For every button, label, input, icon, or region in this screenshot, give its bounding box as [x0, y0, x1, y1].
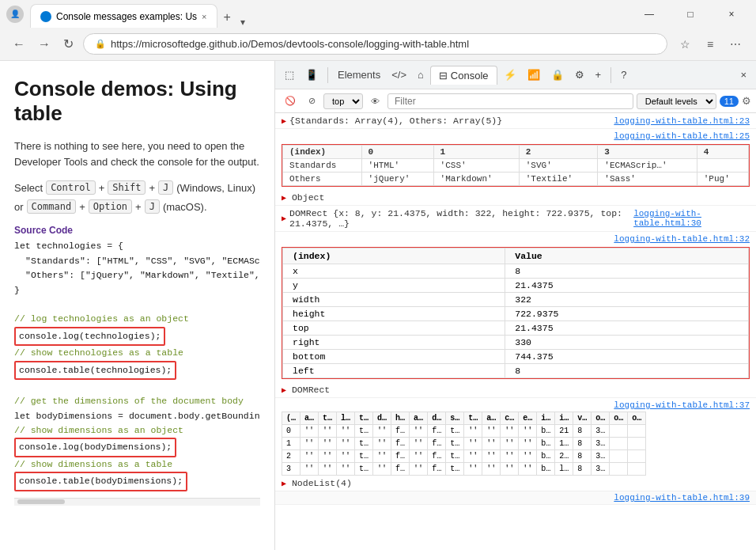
devtools-panel: ⬚ 📱 Elements </> ⌂ ⊟ Console ⚡ 📶 🔒 ⚙ + ?… — [275, 61, 756, 550]
nodelist-expand-arrow[interactable]: ▶ — [282, 480, 286, 488]
td-height-val: 722.9375 — [505, 307, 749, 321]
nl-th-3: l… — [337, 412, 355, 425]
settings-tab[interactable]: ⚙ — [570, 66, 589, 84]
j-key: J — [158, 180, 173, 195]
tech-table-header-row: (index) 0 1 2 3 4 — [283, 146, 749, 159]
security-tab[interactable]: 🔒 — [546, 66, 569, 84]
refresh-button[interactable]: ↻ — [60, 33, 77, 55]
code-highlight-box-2: console.table(technologies); — [14, 361, 176, 380]
nl-th-5: d… — [373, 412, 391, 425]
help-button[interactable]: ? — [616, 66, 631, 84]
minimize-button[interactable]: — — [631, 0, 667, 28]
entry-3-text: DOMRect {x: 8, y: 21.4375, width: 322, h… — [289, 208, 630, 229]
object-expand-row[interactable]: ▶ Object — [275, 190, 756, 205]
nl-th-17: o… — [592, 412, 610, 425]
back-button[interactable]: ← — [9, 34, 28, 55]
td-left-val: 8 — [505, 364, 749, 378]
entry-1-text: {Standards: Array(4), Others: Array(5)} — [289, 116, 502, 126]
th-1: 1 — [433, 146, 519, 159]
log-level-selector[interactable]: Default levels — [637, 93, 716, 109]
th-value: Value — [505, 248, 749, 264]
code-comment-2: // show technologies as a table — [14, 346, 260, 360]
bottom-file-link[interactable]: logging-with-table.html:39 — [614, 493, 750, 503]
tab-dropdown[interactable]: ▾ — [237, 17, 248, 28]
entry-3-header[interactable]: ▶ DOMRect {x: 8, y: 21.4375, width: 322,… — [275, 206, 756, 231]
domrect-expand-row[interactable]: ▶ DOMRect — [275, 382, 756, 397]
entry-4-file-link[interactable]: logging-with-table.html:32 — [614, 234, 750, 244]
entry-5-file-link[interactable]: logging-with-table.html:37 — [614, 400, 750, 410]
entry-4-link: logging-with-table.html:32 — [275, 232, 756, 245]
list-item: 1 '' '' '' t… '' f… '' f… t… '' — [282, 438, 646, 450]
td-others-0: 'jQuery' — [361, 173, 433, 186]
nodelist-expand-row[interactable]: ▶ NodeList(4) — [275, 476, 756, 491]
th-3: 3 — [598, 146, 697, 159]
tab-favicon — [40, 11, 51, 22]
new-tab-button[interactable]: + — [217, 7, 237, 28]
entry-2-file-link[interactable]: logging-with-table.html:25 — [614, 131, 750, 141]
user-avatar: 👤 — [6, 6, 24, 23]
td-standards-0: 'HTML' — [361, 159, 433, 173]
code-comment-4: // show dimensions as an object — [14, 423, 260, 438]
console-tab[interactable]: ⊟ Console — [430, 66, 497, 85]
performance-tab[interactable]: ⚡ — [499, 66, 521, 84]
window-controls: — □ × — [631, 0, 750, 28]
forward-button[interactable]: → — [35, 34, 54, 55]
left-panel-scrollbar[interactable] — [14, 498, 260, 506]
home-tab[interactable]: ⌂ — [413, 66, 429, 84]
code-highlight-box-4: console.table(bodyDimensions); — [14, 472, 187, 491]
elements-tab[interactable]: Elements — [333, 66, 385, 84]
td-y: y — [283, 279, 505, 293]
collections-icon[interactable]: ⋯ — [724, 33, 747, 55]
table-row: Others 'jQuery' 'Markdown' 'Textile' 'Sa… — [283, 173, 749, 186]
more-tabs-button[interactable]: + — [591, 66, 607, 84]
network-tab[interactable]: 📶 — [523, 66, 545, 84]
code-line-body: let bodyDimensions = document.body.getBo… — [14, 409, 260, 423]
console-entry-3: ▶ DOMRect {x: 8, y: 21.4375, width: 322,… — [275, 206, 756, 232]
lock-icon: 🔒 — [95, 39, 106, 49]
table-row: Standards 'HTML' 'CSS' 'SVG' 'ECMAScrip…… — [283, 159, 749, 173]
filter-settings-button[interactable]: ⊘ — [304, 94, 320, 108]
plus3: + — [79, 201, 85, 213]
clear-console-button[interactable]: 🚫 — [280, 94, 301, 108]
nl-th-8: d… — [428, 412, 446, 425]
nodelist-table-wrap: (… a… t… l… t… d… h… a… d… s… t… — [275, 412, 756, 476]
tech-table-inner: (index) 0 1 2 3 4 Standards 'HTM — [282, 145, 749, 186]
td-top: top — [283, 321, 505, 336]
console-settings-icon[interactable]: ⚙ — [742, 95, 751, 107]
object-expand-arrow[interactable]: ▶ — [282, 194, 286, 203]
maximize-button[interactable]: □ — [672, 0, 709, 28]
device-emulation-button[interactable]: 📱 — [301, 66, 323, 84]
entry-1-header[interactable]: ▶ {Standards: Array(4), Others: Array(5)… — [275, 113, 756, 128]
entry-1-link[interactable]: logging-with-table.html:23 — [614, 116, 750, 126]
eye-button[interactable]: 👁 — [366, 95, 384, 108]
table-row: y21.4375 — [283, 279, 749, 293]
read-view-icon[interactable]: ≡ — [699, 33, 721, 55]
entry-3-link[interactable]: logging-with-table.html:30 — [633, 209, 750, 228]
td-standards-4 — [697, 159, 748, 173]
message-count-badge: 11 — [720, 96, 739, 107]
expand-arrow-3[interactable]: ▶ — [282, 214, 286, 223]
code-line-3: "Others": ["jQuery", "Markdown", "Textil… — [25, 268, 260, 283]
inspect-element-button[interactable]: ⬚ — [280, 66, 299, 84]
plus2: + — [149, 182, 155, 194]
domrect-expand-arrow[interactable]: ▶ — [282, 386, 286, 395]
sources-tab[interactable]: </> — [387, 66, 411, 84]
context-selector[interactable]: top — [323, 93, 363, 109]
filter-input[interactable] — [387, 93, 633, 109]
favorites-icon[interactable]: ☆ — [674, 33, 696, 55]
tab-title: Console messages examples: Us — [56, 11, 197, 22]
nl-th-18: o… — [610, 412, 628, 425]
td-top-val: 21.4375 — [505, 321, 749, 336]
console-tab-label: Console — [451, 70, 489, 82]
browser-tab[interactable]: Console messages examples: Us × — [30, 4, 217, 28]
close-button[interactable]: × — [713, 0, 750, 28]
url-bar[interactable]: 🔒 https://microsoftedge.github.io/Demos/… — [83, 33, 667, 55]
td-right: right — [283, 336, 505, 350]
shift-key: Shift — [108, 180, 146, 195]
devtools-close-button[interactable]: × — [735, 66, 751, 84]
command-key: Command — [27, 199, 77, 214]
expand-arrow-1[interactable]: ▶ — [282, 116, 286, 126]
left-panel: Console demos: Using table There is noth… — [0, 61, 275, 550]
devtools-toolbar: ⬚ 📱 Elements </> ⌂ ⊟ Console ⚡ 📶 🔒 ⚙ + ?… — [275, 61, 756, 89]
tab-close-button[interactable]: × — [202, 12, 206, 21]
